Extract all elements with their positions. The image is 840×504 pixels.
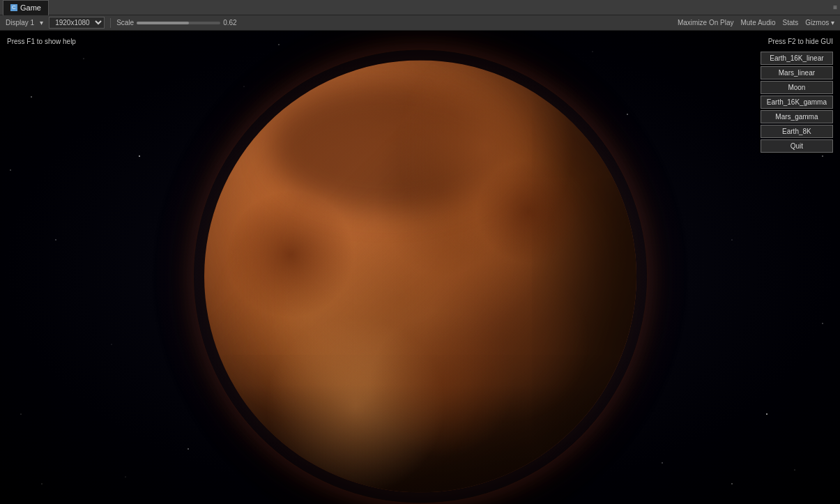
- earth-16k-linear-button[interactable]: Earth_16K_linear: [761, 52, 833, 65]
- svg-point-12: [10, 169, 10, 170]
- gizmos-arrow-icon: ▾: [831, 19, 834, 26]
- mars-surface: [204, 60, 636, 492]
- svg-point-7: [766, 413, 768, 415]
- tab-bar-menu: ≡: [833, 3, 837, 11]
- scale-label: Scale: [116, 19, 134, 26]
- svg-point-4: [112, 344, 112, 345]
- tab-bar: C Game ≡: [0, 0, 840, 15]
- mars-top-dark: [269, 82, 507, 211]
- svg-point-21: [794, 469, 795, 470]
- game-tab[interactable]: C Game: [3, 0, 49, 15]
- svg-point-15: [125, 477, 126, 478]
- gizmos-button[interactable]: Gizmos ▾: [805, 19, 834, 26]
- game-tab-label: Game: [20, 3, 41, 12]
- earth-8k-button[interactable]: Earth_8K: [761, 125, 833, 138]
- mars-bottom-shadow: [226, 384, 615, 492]
- svg-point-6: [731, 239, 732, 240]
- svg-point-8: [662, 462, 662, 463]
- svg-point-2: [139, 155, 140, 157]
- svg-point-17: [41, 483, 42, 484]
- svg-point-13: [822, 155, 823, 157]
- game-viewport[interactable]: Press F1 to show help Press F2 to hide G…: [0, 31, 840, 504]
- mute-audio-button[interactable]: Mute Audio: [740, 19, 775, 26]
- display-arrow[interactable]: ▾: [40, 19, 43, 26]
- separator-1: [110, 18, 111, 28]
- resolution-select[interactable]: 1920x1080: [49, 17, 105, 29]
- svg-point-10: [188, 448, 189, 450]
- scale-value: 0.62: [223, 19, 236, 26]
- right-panel: Earth_16K_linear Mars_linear Moon Earth_…: [761, 52, 833, 153]
- svg-point-1: [83, 58, 84, 59]
- svg-point-18: [278, 44, 279, 45]
- game-tab-icon: C: [10, 4, 17, 11]
- moon-button[interactable]: Moon: [761, 81, 833, 94]
- display-label: Display 1: [6, 19, 34, 26]
- press-f2-hint: Press F2 to hide GUI: [768, 38, 833, 45]
- toolbar: Display 1 ▾ 1920x1080 Scale 0.62 Maximiz…: [0, 15, 840, 31]
- svg-point-19: [593, 52, 593, 52]
- scale-fill: [137, 22, 188, 24]
- gizmos-label: Gizmos: [805, 19, 829, 26]
- stats-button[interactable]: Stats: [783, 19, 799, 26]
- tab-bar-menu-icon[interactable]: ≡: [833, 3, 837, 11]
- press-f1-hint: Press F1 to show help: [7, 38, 76, 45]
- maximize-on-play-button[interactable]: Maximize On Play: [678, 19, 734, 26]
- svg-point-20: [822, 323, 823, 323]
- svg-point-3: [55, 239, 56, 240]
- mars-gamma-button[interactable]: Mars_gamma: [761, 110, 833, 123]
- svg-point-9: [20, 413, 21, 414]
- earth-16k-gamma-button[interactable]: Earth_16K_gamma: [761, 96, 833, 109]
- scale-track[interactable]: [137, 22, 220, 24]
- svg-point-0: [31, 96, 32, 98]
- scale-container: Scale 0.62: [116, 19, 236, 26]
- toolbar-right: Maximize On Play Mute Audio Stats Gizmos…: [678, 19, 834, 26]
- quit-button[interactable]: Quit: [761, 139, 833, 153]
- svg-point-16: [731, 483, 733, 484]
- mars-planet: [204, 60, 636, 492]
- mars-linear-button[interactable]: Mars_linear: [761, 66, 833, 79]
